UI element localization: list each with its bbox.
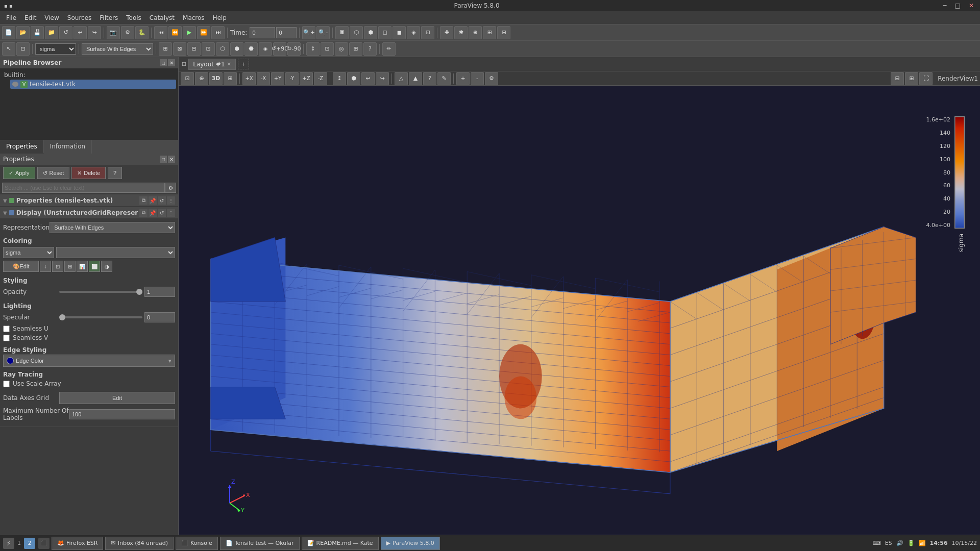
calc-button[interactable]: 🖩	[335, 26, 349, 39]
edge-color-button[interactable]: Edge Color ▾	[3, 355, 175, 367]
screenshot-button[interactable]: 📷	[107, 26, 120, 39]
taskbar-firefox[interactable]: 🦊 Firefox ESR	[52, 537, 103, 550]
zoom-box-button[interactable]: ⊞	[349, 42, 362, 56]
refresh-button[interactable]: ↺	[59, 26, 72, 39]
layout-tab-close-icon[interactable]: ✕	[227, 61, 231, 67]
search-options-button[interactable]: ⚙	[165, 183, 176, 193]
help-query-button[interactable]: ?	[363, 42, 377, 56]
vt-pick[interactable]: ⊕	[195, 72, 208, 85]
vt-z-plus[interactable]: +Z	[300, 72, 313, 85]
display-section-more-button[interactable]: ⋮	[167, 209, 175, 217]
select-poly-button[interactable]: ⬣	[244, 42, 258, 56]
tb-btn-11[interactable]: ◈	[407, 26, 420, 39]
taskbar-okular[interactable]: 📄 Tensile test — Okular	[220, 537, 300, 550]
taskbar-inbox[interactable]: ✉ Inbox (84 unread)	[105, 537, 174, 550]
python-button[interactable]: 🐍	[135, 26, 149, 39]
workspace-2-button[interactable]: 2	[24, 538, 35, 549]
edit-colormap-button[interactable]: 🎨 Edit	[3, 261, 39, 272]
properties-float-button[interactable]: □	[160, 156, 167, 163]
data-axes-edit-button[interactable]: Edit	[59, 392, 175, 404]
display-section-pin-button[interactable]: 📌	[149, 209, 157, 217]
select-pts-through-button[interactable]: ⊡	[202, 42, 215, 56]
help-button[interactable]: ?	[108, 167, 122, 179]
next-button[interactable]: ⏩	[197, 26, 210, 39]
new-button[interactable]: 📄	[2, 26, 15, 39]
tb-btn-8[interactable]: ⬢	[364, 26, 377, 39]
vt-orient-cube[interactable]: ⬢	[347, 72, 360, 85]
select-thru-poly-button[interactable]: ◈	[259, 42, 272, 56]
select-button[interactable]: ⊡	[16, 42, 30, 56]
vtk-section-more-button[interactable]: ⋮	[167, 196, 175, 205]
taskbar-kate[interactable]: 📝 README.md — Kate	[302, 537, 379, 550]
colorlegend-toggle-button[interactable]: ⬜	[89, 261, 100, 272]
properties-search-input[interactable]	[2, 183, 165, 193]
seamless-u-checkbox[interactable]	[3, 325, 10, 332]
add-layout-button[interactable]: +	[238, 59, 249, 69]
expand-button[interactable]: ⛶	[919, 72, 933, 85]
vt-query[interactable]: ?	[423, 72, 436, 85]
vt-pick-cell[interactable]: ▲	[409, 72, 422, 85]
taskbar-paraview[interactable]: ▶ ParaView 5.8.0	[381, 537, 440, 550]
split-h-button[interactable]: ⊞	[905, 72, 918, 85]
display-section-header[interactable]: ▼ Display (UnstructuredGridRepreser ⧉ 📌 …	[0, 207, 178, 218]
vt-y-plus[interactable]: +Y	[271, 72, 284, 85]
tb-btn-14[interactable]: ✱	[454, 26, 468, 39]
vt-rotate-left[interactable]: ↩	[361, 72, 375, 85]
vtk-properties-section-header[interactable]: ▼ Properties (tensile-test.vtk) ⧉ 📌 ↺ ⋮	[0, 195, 178, 206]
prev-button[interactable]: ⏪	[168, 26, 182, 39]
tb-btn-12[interactable]: ⊡	[421, 26, 434, 39]
maximize-button[interactable]: □	[953, 2, 963, 9]
rewind-button[interactable]: ⏮	[154, 26, 167, 39]
tb-btn-9[interactable]: ◻	[378, 26, 391, 39]
vt-x-plus[interactable]: +X	[242, 72, 256, 85]
rotate-right-button[interactable]: ↻-90	[287, 42, 301, 56]
fastforward-button[interactable]: ⏭	[211, 26, 225, 39]
tb-btn-17[interactable]: ⊟	[497, 26, 510, 39]
tb-btn-16[interactable]: ⊞	[483, 26, 496, 39]
opacity-value-input[interactable]	[144, 287, 175, 297]
tb-btn-10[interactable]: ◼	[393, 26, 406, 39]
display-section-copy-button[interactable]: ⧉	[139, 209, 148, 217]
vt-3d-button[interactable]: 3D	[209, 72, 223, 85]
select-block-button[interactable]: ⬢	[230, 42, 243, 56]
workspace-3-button[interactable]: ⬛	[38, 538, 50, 549]
rescale-auto-button[interactable]: ↕	[40, 261, 51, 272]
menu-view[interactable]: View	[40, 13, 63, 23]
menu-tools[interactable]: Tools	[122, 13, 145, 23]
vt-annotate[interactable]: ✎	[437, 72, 451, 85]
reset-button[interactable]: ↺ Reset	[37, 167, 70, 179]
play-button[interactable]: ▶	[183, 26, 196, 39]
reset-camera-button[interactable]: ⊡	[321, 42, 334, 56]
tb-btn-15[interactable]: ⊕	[469, 26, 482, 39]
rescale-vis-button[interactable]: ⊡	[52, 261, 63, 272]
vt-x-minus[interactable]: -X	[257, 72, 270, 85]
taskbar-system-icon[interactable]: ⚡	[3, 538, 14, 549]
tab-properties[interactable]: Properties	[0, 140, 44, 154]
tb-btn-13[interactable]: ✚	[440, 26, 453, 39]
opacity-button[interactable]: ◑	[101, 261, 112, 272]
coloring-by-select[interactable]: sigma	[3, 247, 54, 258]
select-pts-on-button[interactable]: ⊠	[173, 42, 186, 56]
specular-slider[interactable]	[59, 316, 142, 318]
apply-button[interactable]: ✓ Apply	[3, 167, 35, 179]
undo-button[interactable]: ↩	[74, 26, 87, 39]
select-cells-on-button[interactable]: ⊞	[159, 42, 172, 56]
tab-information[interactable]: Information	[44, 140, 92, 154]
seamless-v-checkbox[interactable]	[3, 335, 10, 341]
tb-btn-7[interactable]: ⬡	[350, 26, 363, 39]
menu-macros[interactable]: Macros	[179, 13, 209, 23]
vt-camera-minus[interactable]: -	[471, 72, 484, 85]
vt-reset-camera[interactable]: ⊡	[181, 72, 194, 85]
save-as-button[interactable]: 📁	[45, 26, 58, 39]
minimize-button[interactable]: ─	[941, 2, 948, 9]
visibility-icon[interactable]	[12, 82, 18, 87]
menu-edit[interactable]: Edit	[20, 13, 40, 23]
open-button[interactable]: 📂	[16, 26, 30, 39]
layout-tab-1[interactable]: Layout #1 ✕	[188, 59, 236, 70]
pipeline-close-button[interactable]: ✕	[168, 59, 175, 66]
redo-button[interactable]: ↪	[88, 26, 101, 39]
coloring-variable-select[interactable]: sigma	[35, 43, 76, 55]
vt-y-minus[interactable]: -Y	[285, 72, 299, 85]
vt-camera-settings[interactable]: ⚙	[485, 72, 498, 85]
vt-select-triangle[interactable]: △	[395, 72, 408, 85]
